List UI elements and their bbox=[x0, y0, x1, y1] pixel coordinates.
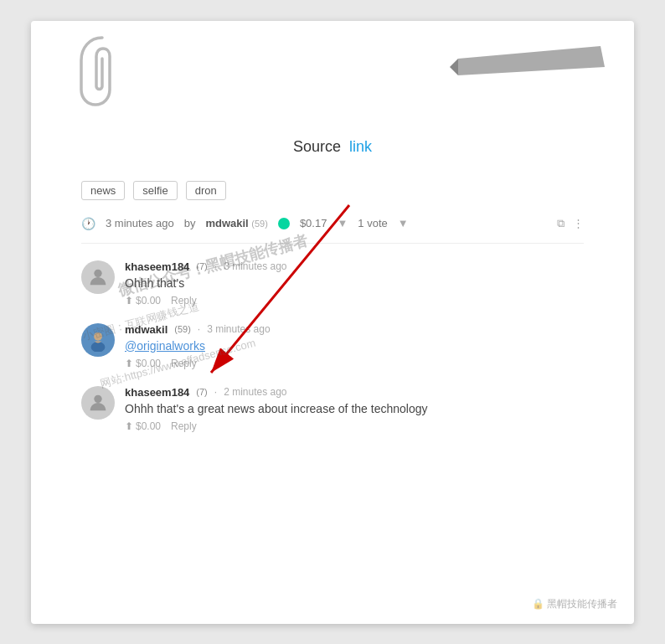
default-avatar-icon bbox=[86, 391, 110, 415]
tag-news[interactable]: news bbox=[81, 181, 125, 200]
comment-header: mdwakil (59) · 3 minutes ago bbox=[125, 323, 584, 336]
upvote-icon: ⬆ bbox=[125, 420, 133, 432]
comment-rep: (59) bbox=[174, 324, 191, 334]
source-section: Source link bbox=[81, 138, 584, 156]
post-by: by bbox=[184, 217, 196, 229]
comment-footer: ⬆ $0.00 Reply bbox=[125, 295, 584, 307]
pencil-icon bbox=[450, 38, 617, 96]
reply-link[interactable]: Reply bbox=[171, 358, 197, 369]
comments-section: khaseem184 (7) · 3 minutes ago Ohhh that… bbox=[81, 260, 584, 432]
avatar bbox=[81, 386, 115, 420]
more-icon[interactable]: ⋮ bbox=[573, 217, 584, 230]
svg-point-4 bbox=[94, 332, 102, 340]
source-text: Source link bbox=[293, 138, 372, 155]
retweet-icon[interactable]: ⧉ bbox=[557, 217, 564, 230]
comment-body: @originalworks bbox=[125, 339, 584, 353]
source-label: Source bbox=[293, 138, 341, 155]
avatar bbox=[81, 260, 115, 294]
mention-link[interactable]: @originalworks bbox=[125, 339, 205, 353]
tag-selfie[interactable]: selfie bbox=[133, 181, 177, 200]
comment-rep: (7) bbox=[196, 261, 207, 271]
post-amount: $0.17 bbox=[300, 217, 327, 229]
comment-time: 3 minutes ago bbox=[207, 323, 270, 335]
reply-link[interactable]: Reply bbox=[171, 420, 197, 432]
post-votes: 1 vote bbox=[358, 217, 387, 229]
upvote-button[interactable]: ⬆ $0.00 bbox=[125, 420, 161, 432]
post-meta: 🕐 3 minutes ago by mdwakil (59) $0.17 ▼ … bbox=[81, 217, 584, 244]
comment-body: Ohhh that's a great news about increase … bbox=[125, 402, 584, 415]
comment-amount: $0.00 bbox=[136, 358, 161, 369]
comment-author[interactable]: khaseem184 bbox=[125, 260, 189, 273]
upvote-icon: ⬆ bbox=[125, 295, 133, 307]
post-time: 3 minutes ago bbox=[106, 217, 174, 229]
comment-time: 2 minutes ago bbox=[224, 386, 286, 398]
avatar bbox=[81, 323, 115, 357]
action-icons: ⧉ ⋮ bbox=[557, 217, 584, 230]
comment-author[interactable]: mdwakil bbox=[125, 323, 168, 336]
upvote-button[interactable]: ⬆ $0.00 bbox=[125, 358, 161, 369]
source-link[interactable]: link bbox=[349, 138, 372, 155]
comment-content: khaseem184 (7) · 3 minutes ago Ohhh that… bbox=[125, 260, 584, 307]
comment-item: mdwakil (59) · 3 minutes ago @originalwo… bbox=[81, 323, 584, 369]
comment-item: khaseem184 (7) · 2 minutes ago Ohhh that… bbox=[81, 386, 584, 432]
comment-header: khaseem184 (7) · 3 minutes ago bbox=[125, 260, 584, 273]
clock-icon: 🕐 bbox=[81, 217, 95, 230]
comment-item: khaseem184 (7) · 3 minutes ago Ohhh that… bbox=[81, 260, 584, 307]
comment-content: khaseem184 (7) · 2 minutes ago Ohhh that… bbox=[125, 386, 584, 432]
comment-footer: ⬆ $0.00 Reply bbox=[125, 420, 584, 432]
comment-amount: $0.00 bbox=[136, 295, 161, 307]
svg-marker-1 bbox=[450, 59, 458, 75]
tag-dron[interactable]: dron bbox=[186, 181, 226, 200]
comment-content: mdwakil (59) · 3 minutes ago @originalwo… bbox=[125, 323, 584, 369]
comment-footer: ⬆ $0.00 Reply bbox=[125, 358, 584, 369]
bottom-watermark: 🔒 黑帽技能传播者 bbox=[532, 597, 617, 611]
upvote-button[interactable]: ⬆ $0.00 bbox=[125, 295, 161, 307]
steem-logo bbox=[278, 218, 290, 229]
comment-rep: (7) bbox=[196, 387, 207, 397]
svg-marker-0 bbox=[458, 46, 605, 75]
comment-author[interactable]: khaseem184 bbox=[125, 386, 189, 399]
post-author[interactable]: mdwakil (59) bbox=[205, 217, 267, 229]
comment-body: Ohhh that's bbox=[125, 276, 584, 290]
comment-amount: $0.00 bbox=[136, 420, 161, 432]
svg-point-6 bbox=[94, 394, 101, 402]
top-decoration bbox=[81, 38, 584, 130]
paperclip-icon bbox=[64, 29, 140, 113]
tags-section: news selfie dron bbox=[81, 181, 584, 200]
comment-header: khaseem184 (7) · 2 minutes ago bbox=[125, 386, 584, 399]
reply-link[interactable]: Reply bbox=[171, 295, 197, 307]
svg-point-2 bbox=[94, 269, 101, 276]
upvote-icon: ⬆ bbox=[125, 358, 133, 369]
mdwakil-avatar-icon bbox=[86, 328, 110, 352]
page-container: Source link news selfie dron 🕐 3 minutes… bbox=[31, 21, 634, 624]
comment-time: 3 minutes ago bbox=[224, 260, 286, 272]
default-avatar-icon bbox=[86, 265, 110, 289]
